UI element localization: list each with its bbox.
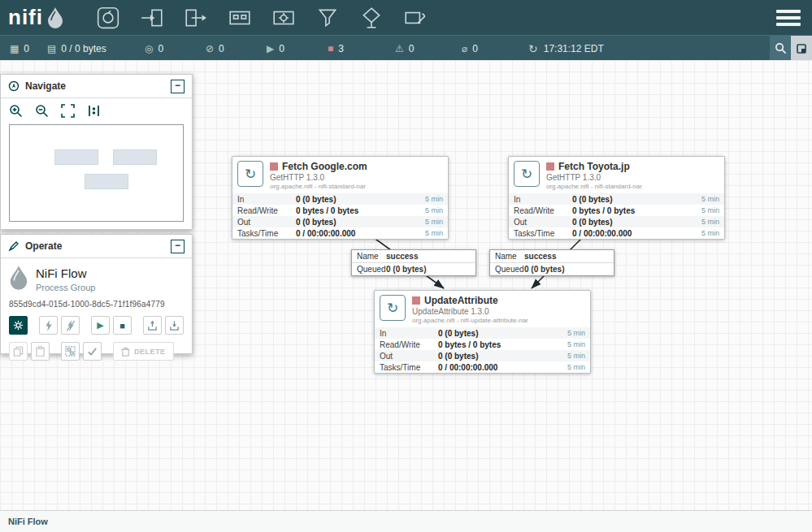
fill-color-button[interactable] (83, 342, 102, 361)
birdseye-processor-rect (54, 149, 98, 165)
stat-row-readwrite: Read/Write 0 bytes / 0 bytes 5 min (509, 205, 724, 216)
process-group-tool-icon[interactable] (226, 4, 254, 32)
operate-collapse-button[interactable]: − (171, 240, 185, 253)
navigate-collapse-button[interactable]: − (171, 80, 185, 93)
connection-queued-key: Queued (495, 265, 524, 274)
operate-panel-title: Operate (25, 240, 62, 252)
processor-stats: In 0 (0 bytes) 5 min Read/Write 0 bytes … (375, 327, 590, 373)
delete-button[interactable]: DELETE (113, 342, 174, 361)
flow-status-counters: ▦ 0 ▤ 0 / 0 bytes ◎ 0 ⊘ 0 ▶ 0 ■ 3 (0, 42, 770, 55)
global-menu-button[interactable] (776, 10, 801, 26)
stat-value: 0 / 00:00:00.000 (296, 229, 425, 238)
stopped-state-icon (546, 162, 554, 171)
stat-window: 5 min (425, 218, 443, 226)
paste-button[interactable] (31, 342, 50, 361)
stat-value: 0 (0 bytes) (296, 218, 425, 227)
copy-button[interactable] (9, 342, 28, 361)
processor-type: GetHTTP 1.3.0 (546, 173, 642, 182)
nifi-logo: nifi (8, 5, 83, 30)
stat-window: 5 min (701, 195, 719, 203)
processor-update-attribute[interactable]: ↻ UpdateAttribute UpdateAttribute 1.3.0 … (374, 290, 591, 374)
flow-canvas[interactable]: Navigate − (0, 60, 812, 511)
stat-value: 0 bytes / 0 bytes (572, 206, 701, 215)
template-upload-button[interactable] (143, 316, 162, 335)
connection-name-key: Name (495, 252, 524, 261)
stat-row-in: In 0 (0 bytes) 5 min (509, 193, 724, 205)
navigate-toolbar (1, 98, 192, 121)
birdseye-minimap[interactable] (9, 124, 184, 222)
processor-type: GetHTTP 1.3.0 (270, 173, 367, 182)
connection-name-row: Name success (352, 250, 475, 262)
operate-panel-body: NiFi Flow Process Group 855d9cd4-015d-10… (1, 258, 192, 369)
funnel-tool-icon[interactable] (314, 4, 341, 32)
processor-fetch-toyota[interactable]: ↻ Fetch Toyota.jp GetHTTP 1.3.0 org.apac… (508, 156, 725, 240)
template-download-button[interactable] (165, 316, 184, 335)
breadcrumb-bar: NiFi Flow (0, 510, 812, 532)
nifi-logo-text: nifi (8, 5, 43, 30)
stat-window: 5 min (425, 195, 443, 203)
operate-buttons-row-1: ▶ ■ (9, 316, 184, 335)
processor-tool-icon[interactable] (94, 4, 122, 32)
processor-type-icon: ↻ (514, 161, 540, 187)
disabled-icon: ⌀ (462, 43, 467, 54)
transmitting-count: 0 (158, 43, 163, 54)
active-threads-count: 0 (24, 43, 29, 54)
flow-status-bar: ▦ 0 ▤ 0 / 0 bytes ◎ 0 ⊘ 0 ▶ 0 ■ 3 (0, 35, 812, 61)
breadcrumb-root-link[interactable]: NiFi Flow (8, 517, 48, 526)
processor-type: UpdateAttribute 1.3.0 (412, 307, 528, 316)
connection-queued-key: Queued (357, 265, 386, 274)
connection-name-row: Name success (490, 250, 614, 262)
stat-value: 0 (0 bytes) (572, 195, 701, 204)
start-button[interactable]: ▶ (91, 316, 110, 335)
processor-name: UpdateAttribute (424, 295, 498, 306)
selected-flow-type: Process Group (36, 283, 95, 292)
processor-stats: In 0 (0 bytes) 5 min Read/Write 0 bytes … (509, 193, 724, 239)
processor-header: ↻ Fetch Toyota.jp GetHTTP 1.3.0 org.apac… (509, 157, 724, 192)
stopped-state-icon (270, 162, 278, 171)
stat-window: 5 min (425, 206, 443, 214)
panel-toggle-icon (796, 43, 807, 54)
enable-button[interactable] (39, 316, 58, 335)
zoom-actual-size-button[interactable] (87, 104, 101, 118)
stop-button[interactable]: ■ (113, 316, 132, 335)
configuration-button[interactable] (9, 316, 28, 335)
connection-queued-row: Queued 0 (0 bytes) (352, 262, 475, 275)
right-panel-toggle-button[interactable] (791, 36, 812, 61)
output-port-tool-icon[interactable] (182, 4, 210, 32)
queued-icon: ▤ (47, 43, 56, 54)
process-group-drop-icon (9, 265, 28, 291)
remote-process-group-tool-icon[interactable] (270, 4, 297, 32)
navigate-panel-title: Navigate (25, 80, 66, 92)
stat-value: 0 (0 bytes) (438, 329, 567, 338)
stat-label: Read/Write (514, 206, 572, 215)
zoom-fit-button[interactable] (61, 104, 75, 118)
stat-value: 0 bytes / 0 bytes (296, 206, 425, 215)
stat-label: Tasks/Time (237, 229, 296, 238)
invalid-icon: ⚠ (395, 43, 404, 54)
stat-value: 0 (0 bytes) (296, 195, 425, 204)
stat-row-out: Out 0 (0 bytes) 5 min (232, 216, 448, 227)
connection-label-google-success[interactable]: Name success Queued 0 (0 bytes) (351, 249, 476, 276)
stat-label: In (380, 329, 438, 338)
zoom-in-button[interactable] (9, 104, 23, 118)
stat-value: 0 / 00:00:00.000 (438, 363, 567, 372)
connection-label-toyota-success[interactable]: Name success Queued 0 (0 bytes) (489, 249, 614, 276)
label-tool-icon[interactable] (402, 4, 429, 32)
stat-row-out: Out 0 (0 bytes) 5 min (509, 216, 724, 227)
operate-panel-header: Operate − (1, 235, 192, 258)
stat-label: In (514, 195, 572, 204)
stat-value: 0 (0 bytes) (572, 218, 701, 227)
search-button[interactable] (770, 36, 791, 61)
disable-button[interactable] (61, 316, 80, 335)
group-button[interactable] (61, 342, 80, 361)
stat-window: 5 min (701, 206, 719, 214)
processor-fetch-google[interactable]: ↻ Fetch Google.com GetHTTP 1.3.0 org.apa… (232, 156, 449, 240)
input-port-tool-icon[interactable] (138, 4, 166, 32)
zoom-out-button[interactable] (35, 104, 49, 118)
operate-buttons-row-2: DELETE (9, 342, 184, 361)
refresh-status[interactable]: ↻ 17:31:12 EDT (528, 42, 604, 55)
processor-header: ↻ Fetch Google.com GetHTTP 1.3.0 org.apa… (232, 157, 448, 192)
stat-value: 0 (0 bytes) (438, 352, 567, 361)
template-tool-icon[interactable] (358, 4, 385, 32)
nifi-drop-icon (46, 6, 64, 29)
